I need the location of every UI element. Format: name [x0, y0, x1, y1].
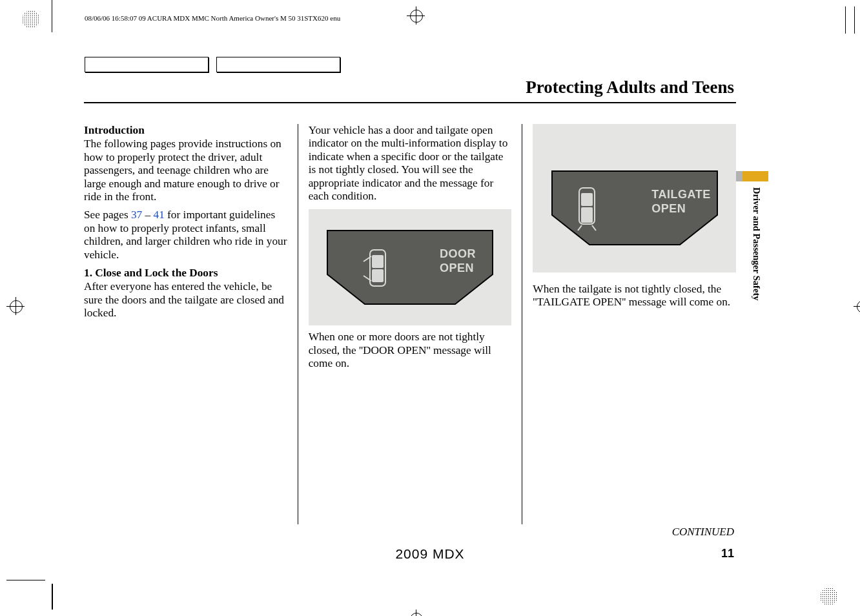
- label-line: DOOR: [440, 247, 476, 260]
- see-pages-paragraph: See pages 37 – 41 for important guidelin…: [84, 209, 287, 262]
- indicator-text: TAILGATE OPEN: [651, 188, 710, 216]
- printer-registration-mark: [22, 10, 40, 28]
- section-side-label: Driver and Passenger Safety: [751, 187, 762, 300]
- intro-heading: Introduction: [84, 124, 287, 137]
- svg-rect-3: [372, 269, 384, 282]
- blank-field: [85, 57, 209, 72]
- text: See pages: [84, 209, 131, 221]
- document-header-meta: 08/06/06 16:58:07 09 ACURA MDX MMC North…: [85, 14, 340, 22]
- printer-registration-mark: [820, 588, 838, 606]
- indicator-text: DOOR OPEN: [440, 247, 476, 275]
- step-1-heading: 1. Close and Lock the Doors: [84, 267, 287, 280]
- form-field-row: [85, 57, 345, 75]
- thumb-tab-highlight: [742, 171, 768, 181]
- page-link[interactable]: 37: [131, 209, 142, 221]
- content-columns: Introduction The following pages provide…: [84, 124, 736, 524]
- page-title: Protecting Adults and Teens: [526, 77, 734, 98]
- column-2: Your vehicle has a door and tailgate ope…: [298, 124, 522, 524]
- step-1-paragraph: After everyone has entered the vehicle, …: [84, 280, 287, 320]
- page-link[interactable]: 41: [154, 209, 165, 221]
- label-line: OPEN: [651, 202, 686, 215]
- intro-paragraph: The following pages provide instructions…: [84, 138, 287, 203]
- title-underline: [84, 102, 736, 103]
- door-open-indicator-figure: DOOR OPEN: [309, 209, 512, 325]
- blank-field: [216, 57, 340, 72]
- tailgate-open-indicator-figure: TAILGATE OPEN: [533, 124, 736, 272]
- trim-line: [52, 0, 52, 32]
- tailgate-open-caption: When the tailgate is not tightly closed,…: [533, 283, 736, 309]
- svg-rect-2: [372, 255, 384, 268]
- door-open-caption: When one or more doors are not tightly c…: [309, 331, 512, 370]
- svg-rect-9: [581, 207, 593, 223]
- indicator-paragraph: Your vehicle has a door and tailgate ope…: [309, 124, 512, 203]
- model-year-footer: 2009 MDX: [0, 546, 860, 562]
- continued-label: CONTINUED: [672, 526, 734, 539]
- label-line: OPEN: [440, 262, 474, 274]
- text: –: [142, 209, 153, 221]
- label-line: TAILGATE: [651, 188, 710, 201]
- column-3: TAILGATE OPEN When the tailgate is not t…: [522, 124, 736, 524]
- column-1: Introduction The following pages provide…: [84, 124, 298, 524]
- svg-rect-8: [581, 193, 593, 206]
